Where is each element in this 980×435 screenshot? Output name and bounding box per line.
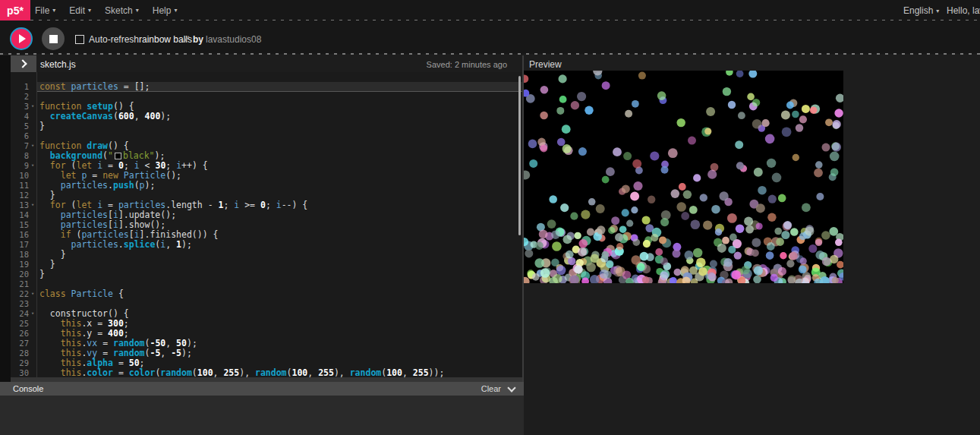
menu-help-label: Help	[153, 5, 172, 16]
code-line[interactable]: 17 particles.splice(i, 1);	[11, 240, 522, 250]
gutter-cell: 18	[11, 250, 36, 260]
by-label: by	[193, 34, 203, 45]
line-number: 12	[19, 191, 29, 200]
color-swatch-icon	[115, 153, 121, 159]
code-text[interactable]: }	[36, 250, 522, 260]
line-number: 2	[24, 92, 29, 102]
gutter-cell: 1	[11, 82, 36, 92]
chevron-down-icon: ▾	[936, 8, 939, 14]
fold-arrow-icon[interactable]: ▾	[29, 161, 36, 171]
line-number: 23	[19, 299, 29, 309]
fold-arrow-icon[interactable]: ▾	[29, 141, 36, 151]
language-selector[interactable]: English ▾	[903, 5, 939, 16]
line-number: 8	[24, 151, 29, 161]
line-number: 17	[19, 240, 29, 250]
line-number: 18	[19, 250, 29, 260]
preview-label: Preview	[529, 59, 562, 70]
menu-edit[interactable]: Edit ▾	[69, 5, 91, 16]
code-line[interactable]: 19 }	[11, 260, 522, 270]
menu-file-label: File	[35, 5, 49, 16]
menu-help[interactable]: Help ▾	[153, 5, 178, 16]
code-line[interactable]: 30 this.color = color(random(100, 255), …	[11, 368, 522, 377]
line-number: 20	[19, 270, 29, 279]
edit-title-pencil-icon[interactable]	[182, 35, 191, 43]
code-text[interactable]: }	[36, 121, 522, 131]
line-number: 25	[19, 319, 29, 329]
auto-refresh-checkbox[interactable]	[75, 35, 84, 44]
code-editor[interactable]: 1const particles = [];23▾function setup(…	[11, 72, 522, 377]
line-number: 1	[24, 82, 29, 92]
gutter-cell: 27	[11, 339, 36, 348]
menu-file[interactable]: File ▾	[35, 5, 55, 16]
gutter-cell: 10	[11, 171, 36, 181]
stop-button[interactable]	[42, 27, 65, 50]
gutter-cell: 30	[11, 368, 36, 377]
gutter-cell: 20	[11, 270, 36, 279]
line-number: 19	[19, 260, 29, 270]
gutter-cell: 24▾	[11, 309, 36, 319]
code-text[interactable]: const particles = [];	[36, 82, 522, 92]
gutter-cell: 11	[11, 181, 36, 191]
chevron-right-icon	[18, 59, 27, 68]
console-clear-button[interactable]: Clear	[481, 384, 501, 393]
tab-sketch-js[interactable]: sketch.js	[40, 59, 76, 70]
line-number: 27	[19, 339, 29, 348]
saved-status: Saved: 2 minutes ago	[427, 60, 507, 69]
code-text[interactable]: particles.push(p);	[36, 181, 522, 191]
gutter-cell: 23	[11, 299, 36, 309]
code-line[interactable]: 20}	[11, 270, 522, 279]
editor-left-strip	[0, 55, 11, 435]
gutter-cell: 26	[11, 329, 36, 339]
line-number: 5	[24, 121, 29, 131]
gutter-cell: 6	[11, 131, 36, 141]
fold-arrow-icon[interactable]: ▾	[29, 289, 36, 299]
code-text[interactable]: particles.splice(i, 1);	[36, 240, 522, 250]
gutter-cell: 22▾	[11, 289, 36, 299]
toolbar-dashed-divider	[0, 53, 980, 55]
fold-arrow-icon[interactable]: ▾	[29, 309, 36, 319]
code-line[interactable]: 22▾class Particle {	[11, 289, 522, 299]
line-number: 13	[19, 200, 29, 210]
auto-refresh-label[interactable]: Auto-refresh	[89, 34, 139, 45]
gutter-cell: 2	[11, 92, 36, 102]
play-button[interactable]	[10, 27, 33, 50]
chevron-down-icon: ▾	[136, 7, 139, 14]
code-text[interactable]: createCanvas(600, 400);	[36, 112, 522, 121]
line-number: 26	[19, 329, 29, 339]
code-text[interactable]: }	[36, 270, 522, 279]
gutter-cell: 29	[11, 358, 36, 368]
editor-vertical-scrollbar[interactable]	[518, 76, 521, 235]
gutter-cell: 15	[11, 220, 36, 230]
menu-sketch-label: Sketch	[105, 5, 133, 16]
code-line[interactable]: 18 }	[11, 250, 522, 260]
line-number: 28	[19, 348, 29, 358]
menu-sketch[interactable]: Sketch ▾	[105, 5, 139, 16]
code-line[interactable]: 1const particles = [];	[11, 82, 522, 92]
console-header[interactable]: Console Clear	[0, 382, 524, 396]
gutter-cell: 4	[11, 112, 36, 121]
code-line[interactable]: 11 particles.push(p);	[11, 181, 522, 191]
chevron-down-icon: ▾	[174, 7, 177, 14]
line-number: 29	[19, 358, 29, 368]
author-name[interactable]: lavastudios08	[206, 34, 261, 45]
code-line[interactable]: 5}	[11, 121, 522, 131]
gutter-cell: 13▾	[11, 200, 36, 210]
chevron-down-icon: ▾	[52, 7, 55, 14]
line-number: 4	[24, 112, 29, 121]
fold-arrow-icon[interactable]: ▾	[29, 102, 36, 112]
code-line[interactable]: 4 createCanvas(600, 400);	[11, 112, 522, 121]
code-text[interactable]: this.color = color(random(100, 255), ran…	[36, 368, 522, 377]
gutter-cell: 5	[11, 121, 36, 131]
line-number: 15	[19, 220, 29, 230]
line-number: 14	[19, 210, 29, 220]
user-greeting[interactable]: Hello, lava	[947, 5, 980, 16]
code-text[interactable]: class Particle {	[36, 289, 522, 299]
preview-canvas[interactable]	[524, 71, 843, 283]
code-text[interactable]: }	[36, 260, 522, 270]
sidebar-expand-button[interactable]	[11, 55, 36, 72]
fold-arrow-icon[interactable]: ▾	[29, 200, 36, 210]
p5-logo[interactable]: p5*	[0, 0, 30, 20]
console-collapse-chevron-icon[interactable]	[507, 383, 515, 392]
gutter-cell: 16	[11, 230, 36, 240]
gutter-cell: 19	[11, 260, 36, 270]
